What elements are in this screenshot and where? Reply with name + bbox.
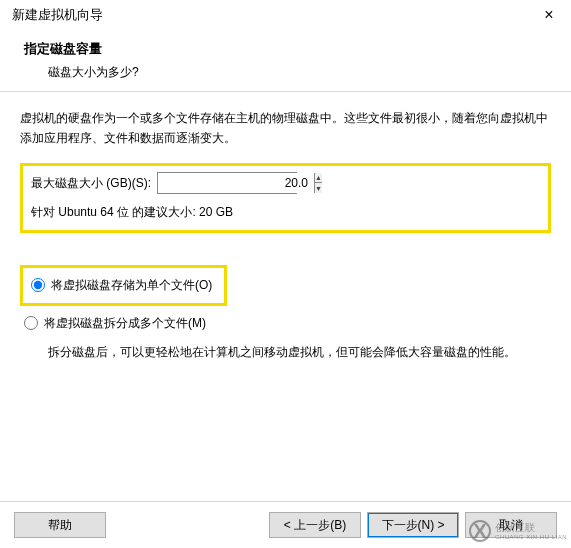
disk-size-section: 最大磁盘大小 (GB)(S): ▲ ▼ 针对 Ubuntu 64 位 的建议大小…: [20, 163, 551, 233]
cancel-button[interactable]: 取消: [465, 512, 557, 538]
wizard-header: 指定磁盘容量 磁盘大小为多少?: [0, 32, 571, 91]
radio-split-file-label: 将虚拟磁盘拆分成多个文件(M): [44, 313, 206, 333]
next-button[interactable]: 下一步(N) >: [367, 512, 459, 538]
radio-single-file-label: 将虚拟磁盘存储为单个文件(O): [51, 275, 212, 295]
radio-single-file[interactable]: 将虚拟磁盘存储为单个文件(O): [27, 272, 216, 298]
back-button[interactable]: < 上一步(B): [269, 512, 361, 538]
spinner-up-icon[interactable]: ▲: [315, 173, 322, 184]
split-help-text: 拆分磁盘后，可以更轻松地在计算机之间移动虚拟机，但可能会降低大容量磁盘的性能。: [48, 342, 551, 362]
disk-size-spinner[interactable]: ▲ ▼: [157, 172, 297, 194]
window-title: 新建虚拟机向导: [12, 6, 103, 24]
recommended-size-text: 针对 Ubuntu 64 位 的建议大小: 20 GB: [31, 202, 540, 222]
wizard-footer: 帮助 < 上一步(B) 下一步(N) > 取消: [0, 501, 571, 538]
spinner-arrows: ▲ ▼: [314, 173, 322, 193]
spinner-down-icon[interactable]: ▼: [315, 183, 322, 193]
radio-split-file[interactable]: 将虚拟磁盘拆分成多个文件(M): [20, 310, 551, 336]
page-heading: 指定磁盘容量: [24, 40, 547, 58]
radio-split-file-input[interactable]: [24, 316, 38, 330]
single-file-option-box: 将虚拟磁盘存储为单个文件(O): [20, 265, 227, 305]
page-subheading: 磁盘大小为多少?: [48, 64, 547, 81]
titlebar: 新建虚拟机向导 ×: [0, 0, 571, 32]
wizard-content: 虚拟机的硬盘作为一个或多个文件存储在主机的物理磁盘中。这些文件最初很小，随着您向…: [0, 92, 571, 362]
close-icon[interactable]: ×: [539, 6, 559, 24]
disk-size-input[interactable]: [158, 173, 314, 193]
radio-single-file-input[interactable]: [31, 278, 45, 292]
disk-size-label: 最大磁盘大小 (GB)(S):: [31, 173, 151, 193]
help-button[interactable]: 帮助: [14, 512, 106, 538]
description-text: 虚拟机的硬盘作为一个或多个文件存储在主机的物理磁盘中。这些文件最初很小，随着您向…: [20, 108, 551, 149]
